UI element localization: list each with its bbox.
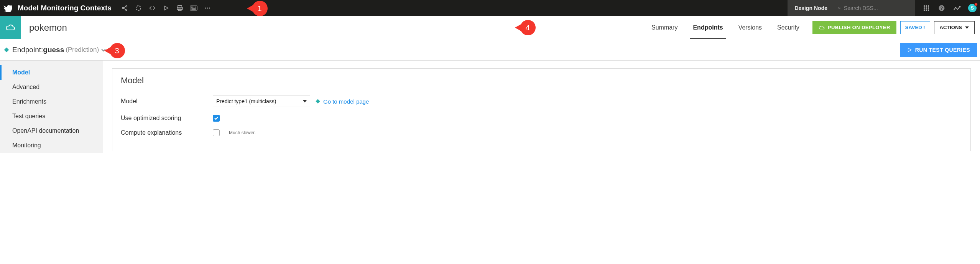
optimized-checkbox[interactable] bbox=[213, 115, 220, 122]
logo-bird-icon[interactable] bbox=[0, 0, 15, 16]
play-icon bbox=[907, 47, 912, 53]
project-tabs: Summary Endpoints Versions Security bbox=[644, 16, 807, 39]
svg-marker-6 bbox=[164, 6, 168, 10]
topbar: Model Monitoring Contexts Design Node bbox=[0, 0, 980, 16]
search-input[interactable] bbox=[844, 5, 911, 11]
label-explanations: Compute explanations bbox=[121, 129, 213, 136]
panel-title: Model bbox=[121, 76, 962, 86]
main-panel: Model Model Predict type1 (multiclass) G… bbox=[103, 61, 980, 159]
endpoint-prefix: Endpoint: bbox=[12, 46, 43, 54]
keyboard-icon[interactable] bbox=[187, 0, 201, 16]
endpoint-bar: Endpoint: guess (Prediction) RUN TEST QU… bbox=[0, 39, 980, 61]
go-link-label: Go to model page bbox=[323, 98, 369, 105]
go-to-model-link[interactable]: Go to model page bbox=[315, 98, 369, 105]
tab-summary[interactable]: Summary bbox=[644, 16, 685, 39]
svg-point-17 bbox=[207, 8, 208, 9]
publish-label: PUBLISH ON DEPLOYER bbox=[828, 25, 890, 30]
svg-point-27 bbox=[924, 10, 925, 11]
svg-point-19 bbox=[839, 7, 840, 8]
svg-point-28 bbox=[926, 10, 927, 11]
code-icon[interactable] bbox=[145, 0, 159, 16]
avatar-initial: S bbox=[971, 5, 974, 11]
sidebar-item-test-queries[interactable]: Test queries bbox=[0, 109, 103, 124]
tab-endpoints[interactable]: Endpoints bbox=[685, 16, 730, 39]
svg-point-5 bbox=[136, 6, 141, 10]
search-icon bbox=[838, 5, 841, 11]
lifecycle-icon[interactable] bbox=[132, 0, 145, 16]
sidebar-item-openapi[interactable]: OpenAPI documentation bbox=[0, 124, 103, 138]
help-icon[interactable]: ? bbox=[934, 0, 949, 16]
run-label: RUN TEST QUERIES bbox=[915, 47, 970, 53]
notification-dot-icon bbox=[974, 3, 978, 6]
explanations-checkbox[interactable] bbox=[213, 129, 220, 136]
publish-button[interactable]: PUBLISH ON DEPLOYER bbox=[812, 21, 896, 34]
svg-point-22 bbox=[926, 5, 927, 7]
svg-rect-36 bbox=[316, 99, 320, 103]
row-explanations: Compute explanations Much slower. bbox=[121, 129, 962, 136]
sidebar-item-enrichments[interactable]: Enrichments bbox=[0, 94, 103, 109]
topbar-left: Model Monitoring Contexts bbox=[0, 0, 788, 16]
explanations-helper: Much slower. bbox=[229, 130, 256, 135]
model-panel: Model Model Predict type1 (multiclass) G… bbox=[112, 68, 971, 151]
caret-down-icon bbox=[965, 26, 969, 29]
activity-icon[interactable] bbox=[949, 0, 965, 16]
svg-point-24 bbox=[924, 7, 925, 9]
model-select[interactable]: Predict type1 (multiclass) bbox=[213, 96, 310, 107]
svg-point-29 bbox=[928, 10, 929, 11]
svg-line-4 bbox=[123, 8, 126, 10]
svg-point-12 bbox=[192, 7, 193, 7]
share-icon[interactable] bbox=[118, 0, 132, 16]
svg-line-3 bbox=[123, 7, 126, 8]
svg-point-26 bbox=[928, 7, 929, 9]
print-icon[interactable] bbox=[173, 0, 187, 16]
settings-sidebar: Model Advanced Enrichments Test queries … bbox=[0, 61, 103, 153]
project-bar: pokemon Summary Endpoints Versions Secur… bbox=[0, 16, 980, 39]
search-box[interactable] bbox=[834, 0, 915, 16]
svg-marker-34 bbox=[908, 48, 911, 51]
svg-marker-35 bbox=[303, 100, 307, 102]
endpoint-type: (Prediction) bbox=[66, 46, 99, 54]
svg-rect-15 bbox=[192, 9, 196, 10]
design-node-label[interactable]: Design Node bbox=[788, 0, 834, 16]
svg-point-25 bbox=[926, 7, 927, 9]
saved-button[interactable]: SAVED ! bbox=[900, 21, 930, 34]
project-title: pokemon bbox=[29, 22, 67, 33]
app-title: Model Monitoring Contexts bbox=[18, 4, 112, 12]
svg-point-11 bbox=[191, 7, 191, 7]
sidebar-item-monitoring[interactable]: Monitoring bbox=[0, 138, 103, 153]
label-optimized: Use optimized scoring bbox=[121, 115, 213, 122]
endpoint-name: guess bbox=[43, 46, 64, 54]
svg-point-13 bbox=[194, 7, 194, 7]
model-select-value: Predict type1 (multiclass) bbox=[216, 98, 276, 104]
svg-point-16 bbox=[205, 8, 206, 9]
svg-rect-10 bbox=[190, 6, 197, 10]
row-optimized: Use optimized scoring bbox=[121, 115, 962, 122]
check-icon bbox=[214, 116, 219, 120]
chevron-down-icon[interactable] bbox=[101, 47, 106, 53]
svg-line-20 bbox=[840, 8, 840, 9]
sidebar-item-model[interactable]: Model bbox=[0, 65, 103, 80]
tab-versions[interactable]: Versions bbox=[731, 16, 770, 39]
svg-marker-32 bbox=[965, 26, 969, 29]
user-avatar[interactable]: S bbox=[965, 0, 980, 16]
tab-security[interactable]: Security bbox=[770, 16, 807, 39]
svg-point-14 bbox=[195, 7, 195, 7]
play-icon[interactable] bbox=[159, 0, 173, 16]
sidebar-item-advanced[interactable]: Advanced bbox=[0, 80, 103, 94]
row-model: Model Predict type1 (multiclass) Go to m… bbox=[121, 96, 962, 107]
project-cloud-icon[interactable] bbox=[0, 16, 21, 39]
caret-down-icon bbox=[303, 100, 307, 102]
actions-button[interactable]: ACTIONS bbox=[934, 21, 975, 34]
apps-grid-icon[interactable] bbox=[919, 0, 934, 16]
run-test-queries-button[interactable]: RUN TEST QUERIES bbox=[900, 43, 977, 57]
svg-rect-33 bbox=[4, 47, 9, 52]
endpoint-diamond-icon bbox=[3, 46, 10, 53]
label-model: Model bbox=[121, 98, 213, 105]
svg-point-23 bbox=[928, 5, 929, 7]
svg-point-18 bbox=[209, 8, 210, 9]
cloud-icon bbox=[819, 25, 825, 30]
actions-label: ACTIONS bbox=[940, 25, 962, 30]
project-actions: PUBLISH ON DEPLOYER SAVED ! ACTIONS bbox=[807, 21, 980, 34]
diamond-icon bbox=[315, 98, 321, 104]
more-icon[interactable] bbox=[201, 0, 214, 16]
